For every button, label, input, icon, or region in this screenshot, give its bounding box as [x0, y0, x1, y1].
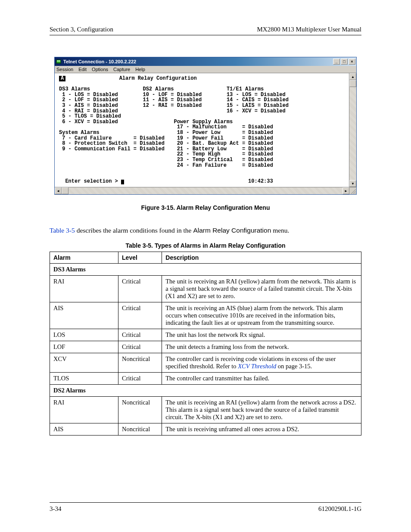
svg-rect-1 [57, 60, 60, 62]
header-rule [50, 35, 361, 35]
menu-help[interactable]: Help [135, 67, 145, 72]
ds2-12: 12 - RAI = Disabled [143, 103, 202, 109]
scroll-track[interactable] [349, 87, 356, 180]
table-row: RAICriticalThe unit is receiving an RAI … [50, 276, 361, 302]
header-left: Section 3, Configuration [50, 26, 113, 33]
page-number: 3-34 [50, 505, 62, 513]
menu-session[interactable]: Session [56, 67, 73, 72]
svg-line-3 [353, 191, 356, 194]
hscroll-thumb[interactable] [62, 187, 68, 194]
telnet-window: Telnet Connection - 10.200.2.222 _ □ × S… [54, 57, 357, 195]
col-level: Level [118, 252, 162, 264]
table-row: AISNoncriticalThe unit is receiving unfr… [50, 423, 361, 436]
menu-bar: Session Edit Options Capture Help [55, 66, 356, 73]
terminal-heading: Alarm Relay Configuration [119, 75, 197, 81]
window-title: Telnet Connection - 10.200.2.222 [63, 59, 333, 64]
app-icon [56, 59, 62, 65]
ds3-6: 6 - XCV = Disabled [59, 119, 118, 125]
close-button[interactable]: × [349, 59, 355, 65]
alarm-table: Alarm Level Description DS3 Alarms RAICr… [50, 252, 361, 436]
resize-grip[interactable] [349, 187, 356, 194]
table-header-row: Alarm Level Description [50, 252, 361, 264]
minimize-button[interactable]: _ [333, 59, 340, 65]
scroll-right-button[interactable]: ► [342, 187, 349, 194]
terminal-a-label: A [59, 76, 65, 81]
terminal-output[interactable]: A Alarm Relay Configuration DS3 Alarms D… [55, 73, 349, 187]
svg-line-4 [355, 193, 356, 194]
table-caption: Table 3-5. Types of Alarms in Alarm Rela… [50, 242, 361, 249]
scroll-down-button[interactable]: ▼ [349, 180, 356, 187]
maximize-button[interactable]: □ [341, 59, 348, 65]
intro-paragraph: Table 3-5 describes the alarm conditions… [50, 227, 361, 234]
horizontal-scrollbar[interactable]: ◄ ► [55, 187, 356, 194]
terminal-prompt: Enter selection > [59, 178, 121, 184]
table-row: LOFCriticalThe unit detects a framing lo… [50, 341, 361, 353]
doc-number: 61200290L1-1G [318, 505, 361, 513]
scroll-thumb[interactable] [349, 80, 356, 87]
table-link[interactable]: Table 3-5 [50, 227, 75, 234]
cursor-icon [121, 180, 124, 184]
section-row: DS2 Alarms [50, 385, 361, 397]
figure-caption: Figure 3-15. Alarm Relay Configuration M… [50, 204, 361, 211]
table-row: AISCriticalThe unit is receiving an AIS … [50, 302, 361, 329]
section-row: DS3 Alarms [50, 264, 361, 276]
menu-capture[interactable]: Capture [113, 67, 130, 72]
col-alarm: Alarm [50, 252, 118, 264]
hscroll-track[interactable] [68, 187, 342, 194]
scroll-left-button[interactable]: ◄ [55, 187, 62, 194]
menu-edit[interactable]: Edit [78, 67, 87, 72]
table-row: TLOSCriticalThe controller card transmit… [50, 373, 361, 385]
menu-options[interactable]: Options [92, 67, 108, 72]
ps-24: 24 - Fan Failure = Disabled [177, 162, 273, 168]
table-row: LOSCriticalThe unit has lost the network… [50, 329, 361, 341]
table-row: RAINoncriticalThe unit is receiving an R… [50, 397, 361, 423]
sys-9: 9 - Communication Fail = Disabled [59, 146, 165, 152]
col-desc: Description [162, 252, 361, 264]
t1-16: 16 - XCV = Disabled [227, 108, 286, 114]
xcv-link[interactable]: XCV Threshold [238, 363, 276, 370]
terminal-clock: 10:42:33 [248, 178, 273, 184]
scroll-up-button[interactable]: ▲ [349, 73, 356, 80]
footer-rule [50, 502, 361, 503]
vertical-scrollbar[interactable]: ▲ ▼ [349, 73, 356, 187]
title-bar[interactable]: Telnet Connection - 10.200.2.222 _ □ × [55, 57, 356, 66]
header-right: MX2800 M13 Multiplexer User Manual [257, 26, 361, 33]
table-row: XCVNoncriticalThe controller card is rec… [50, 353, 361, 373]
